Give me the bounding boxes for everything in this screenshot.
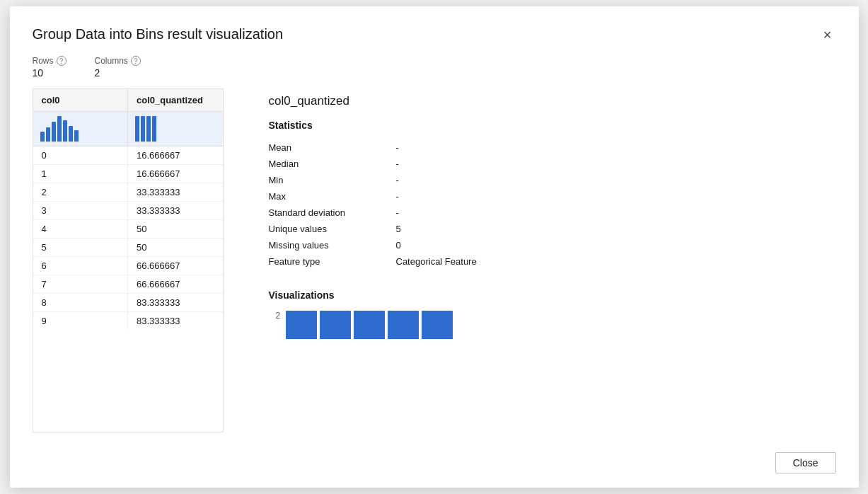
stat-row: Median- [269,156,822,172]
stat-label: Unique values [269,221,396,237]
stat-row: Missing values0 [269,237,822,253]
table-cell: 16.666667 [128,147,223,164]
table-cell: 16.666667 [128,165,223,183]
visualizations-section-title: Visualizations [269,289,822,301]
table-row: 883.333333 [33,294,223,312]
spark-bar [46,127,50,142]
stat-value: - [396,156,822,172]
stat-value: - [396,188,822,205]
spark-bar [69,126,73,142]
table-cell: 6 [33,257,129,275]
sparkline-col0 [33,112,129,146]
main-content: col0 col0_quantized [33,88,836,432]
stat-row: Standard deviation- [269,205,822,221]
spark-bar [63,120,67,142]
chart-bar-2 [320,311,351,339]
stat-value: Categorical Feature [396,253,822,270]
spark-bar [141,116,145,142]
chart-bar-1 [286,311,317,339]
dialog-header: Group Data into Bins result visualizatio… [33,26,836,43]
dialog-footer: Close [33,445,836,473]
spark-bar [57,116,62,142]
chart-top-label: 2 [276,311,281,321]
stat-value: 5 [396,221,822,237]
chart-bar-5 [422,311,453,339]
statistics-table: Mean-Median-Min-Max-Standard deviation-U… [269,139,822,270]
spark-bar [52,122,56,142]
table-cell: 3 [33,202,129,219]
table-cell: 0 [33,147,129,164]
table-row: 233.333333 [33,183,223,202]
spacer [224,88,246,432]
table-cell: 50 [128,220,223,238]
stat-row: Max- [269,188,822,205]
bar-chart: 2 [269,311,822,339]
close-button[interactable]: Close [775,452,836,473]
main-dialog: Group Data into Bins result visualizatio… [10,6,859,488]
table-row: 666.666667 [33,257,223,275]
cols-label: Columns [95,56,128,66]
table-cell: 9 [33,312,129,330]
table-cell: 66.666667 [128,275,223,293]
table-cell: 4 [33,220,129,238]
table-cell: 33.333333 [128,202,223,219]
col-quantized-title: col0_quantized [269,94,822,108]
stat-row: Min- [269,172,822,188]
table-header: col0 col0_quantized [33,89,223,112]
spark-bar [74,130,79,142]
table-cell: 5 [33,239,129,256]
rows-help-icon[interactable]: ? [57,56,66,66]
sparkline-row [33,112,223,147]
table-cell: 33.333333 [128,183,223,201]
stat-value: - [396,205,822,221]
spark-bar [152,116,156,142]
stat-label: Mean [269,139,396,156]
cols-meta: Columns ? 2 [95,56,141,79]
rows-meta: Rows ? 10 [33,56,66,79]
stat-value: - [396,172,822,188]
col0-quantized-header: col0_quantized [128,89,223,111]
table-row: 766.666667 [33,275,223,294]
spark-bar [40,132,45,142]
table-row: 333.333333 [33,202,223,220]
chart-bar-4 [388,311,419,339]
sparkline-col0-quantized [128,112,223,146]
cols-help-icon[interactable]: ? [131,56,141,66]
rows-value: 10 [33,67,66,79]
table-row: 983.333333 [33,312,223,330]
table-cell: 1 [33,165,129,183]
table-row: 450 [33,220,223,239]
table-row: 550 [33,239,223,257]
col0-header: col0 [33,89,129,111]
rows-label: Rows [33,56,54,66]
stats-panel[interactable]: col0_quantized Statistics Mean-Median-Mi… [246,88,836,432]
dialog-close-button[interactable]: × [819,26,836,43]
table-cell: 83.333333 [128,312,223,330]
data-table-panel: col0 col0_quantized [33,88,224,432]
statistics-section-title: Statistics [269,120,822,131]
sparkline-bars-col0 [40,116,79,142]
table-row: 016.666667 [33,147,223,165]
stat-label: Standard deviation [269,205,396,221]
stat-row: Mean- [269,139,822,156]
table-cell: 66.666667 [128,257,223,275]
table-cell: 7 [33,275,129,293]
stat-label: Median [269,156,396,172]
table-cell: 83.333333 [128,294,223,311]
stat-label: Min [269,172,396,188]
table-cell: 2 [33,183,129,201]
cols-value: 2 [95,67,141,79]
table-cell: 50 [128,239,223,256]
chart-bar-3 [354,311,385,339]
spark-bar [135,116,139,142]
stat-label: Max [269,188,396,205]
table-body: 016.666667116.666667233.333333333.333333… [33,147,223,330]
stat-label: Feature type [269,253,396,270]
spark-bar [146,116,151,142]
stat-row: Unique values5 [269,221,822,237]
table-row: 116.666667 [33,165,223,183]
stat-value: - [396,139,822,156]
right-panel-wrapper: col0_quantized Statistics Mean-Median-Mi… [246,88,836,432]
stat-row: Feature typeCategorical Feature [269,253,822,270]
dialog-title: Group Data into Bins result visualizatio… [33,26,284,42]
